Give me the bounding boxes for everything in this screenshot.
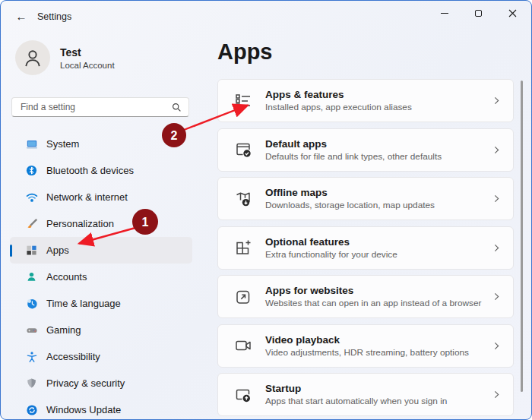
sidebar-item-system[interactable]: System bbox=[10, 131, 192, 157]
card-subtitle: Downloads, storage location, map updates bbox=[265, 200, 435, 210]
sidebar-item-apps[interactable]: Apps bbox=[10, 237, 192, 264]
video-playback-icon bbox=[234, 336, 252, 355]
sidebar-item-windows-update[interactable]: Windows Update bbox=[10, 396, 192, 420]
search-icon bbox=[171, 102, 182, 112]
caption-controls bbox=[427, 2, 530, 24]
time-language-icon bbox=[25, 297, 38, 310]
sidebar-item-label: Time & language bbox=[46, 298, 121, 309]
card-video-playback[interactable]: Video playbackVideo adjustments, HDR str… bbox=[217, 324, 514, 368]
card-title: Apps & features bbox=[265, 89, 412, 100]
card-title: Default apps bbox=[265, 138, 442, 150]
chevron-right-icon bbox=[492, 194, 502, 204]
avatar bbox=[15, 40, 50, 75]
card-subtitle: Installed apps, app execution aliases bbox=[265, 102, 412, 112]
card-title: Startup bbox=[265, 383, 447, 394]
window-title: Settings bbox=[37, 11, 71, 22]
card-title: Offline maps bbox=[265, 187, 435, 198]
card-apps-for-websites[interactable]: Apps for websitesWebsites that can open … bbox=[217, 275, 514, 318]
accounts-icon bbox=[25, 270, 38, 283]
minimize-icon bbox=[441, 13, 448, 14]
user-account-type: Local Account bbox=[60, 61, 115, 70]
sidebar-item-label: Windows Update bbox=[46, 404, 121, 415]
sidebar-item-label: Apps bbox=[46, 245, 69, 256]
privacy-security-icon bbox=[25, 377, 38, 390]
sidebar-item-accessibility[interactable]: Accessibility bbox=[10, 343, 192, 370]
chevron-right-icon bbox=[492, 390, 502, 399]
sidebar-item-label: Bluetooth & devices bbox=[46, 165, 134, 176]
search-input[interactable] bbox=[12, 102, 171, 112]
vertical-scrollbar[interactable] bbox=[521, 81, 523, 392]
card-default-apps[interactable]: Default appsDefaults for file and link t… bbox=[217, 128, 514, 172]
sidebar-item-network-internet[interactable]: Network & internet bbox=[10, 184, 192, 210]
card-apps-features[interactable]: Apps & featuresInstalled apps, app execu… bbox=[217, 79, 514, 122]
sidebar-item-gaming[interactable]: Gaming bbox=[10, 317, 192, 343]
sidebar-item-accounts[interactable]: Accounts bbox=[10, 264, 192, 290]
sidebar-item-label: Network & internet bbox=[46, 191, 128, 203]
sidebar-item-time-language[interactable]: Time & language bbox=[10, 290, 192, 317]
sidebar-item-bluetooth-devices[interactable]: Bluetooth & devices bbox=[10, 157, 192, 184]
back-button[interactable]: ← bbox=[11, 7, 31, 25]
gaming-icon bbox=[25, 324, 38, 336]
chevron-right-icon bbox=[492, 145, 502, 155]
sidebar-item-label: Personalization bbox=[46, 218, 114, 229]
chevron-right-icon bbox=[492, 243, 502, 253]
card-subtitle: Extra functionality for your device bbox=[265, 249, 397, 260]
startup-icon bbox=[234, 386, 252, 404]
optional-features-icon bbox=[234, 238, 252, 257]
user-name: Test bbox=[60, 46, 115, 58]
close-icon bbox=[508, 9, 517, 17]
sidebar-item-personalization[interactable]: Personalization bbox=[10, 210, 192, 237]
apps-features-icon bbox=[234, 92, 252, 110]
settings-window: ← Settings Test Local Account bbox=[0, 0, 532, 420]
card-title: Video playback bbox=[265, 334, 469, 346]
sidebar-item-label: Accessibility bbox=[46, 351, 100, 362]
sidebar-item-label: Gaming bbox=[46, 324, 81, 336]
system-icon bbox=[25, 137, 38, 150]
card-subtitle: Defaults for file and link types, other … bbox=[265, 151, 442, 162]
personalization-icon bbox=[25, 217, 38, 230]
close-button[interactable] bbox=[496, 2, 530, 24]
search-box bbox=[11, 97, 189, 117]
sidebar-item-label: System bbox=[46, 138, 79, 150]
chevron-right-icon bbox=[492, 96, 502, 106]
sidebar: System Bluetooth & devices Network & int… bbox=[10, 131, 192, 420]
card-optional-features[interactable]: Optional featuresExtra functionality for… bbox=[217, 226, 514, 270]
windows-update-icon bbox=[25, 403, 38, 416]
page-title: Apps bbox=[217, 39, 273, 65]
apps-icon bbox=[25, 244, 38, 257]
card-offline-maps[interactable]: Offline mapsDownloads, storage location,… bbox=[217, 177, 514, 220]
sidebar-item-privacy-security[interactable]: Privacy & security bbox=[10, 370, 192, 396]
maximize-button[interactable] bbox=[461, 2, 496, 24]
card-subtitle: Apps that start automatically when you s… bbox=[265, 396, 447, 406]
card-title: Optional features bbox=[265, 236, 397, 248]
sidebar-item-label: Accounts bbox=[46, 271, 87, 283]
apps-websites-icon bbox=[234, 288, 252, 306]
card-subtitle: Websites that can open in an app instead… bbox=[265, 298, 481, 308]
card-subtitle: Video adjustments, HDR streaming, batter… bbox=[265, 347, 469, 358]
sidebar-item-label: Privacy & security bbox=[46, 377, 125, 389]
offline-maps-icon bbox=[234, 190, 252, 208]
card-startup[interactable]: StartupApps that start automatically whe… bbox=[217, 373, 514, 416]
chevron-right-icon bbox=[492, 341, 502, 351]
user-account-chip[interactable]: Test Local Account bbox=[15, 40, 115, 75]
default-apps-icon bbox=[234, 141, 252, 159]
accessibility-icon bbox=[25, 350, 38, 363]
bluetooth-icon bbox=[25, 164, 38, 177]
titlebar: ← Settings bbox=[1, 1, 531, 31]
minimize-button[interactable] bbox=[427, 2, 461, 24]
maximize-icon bbox=[475, 10, 482, 17]
network-icon bbox=[25, 191, 38, 204]
person-icon bbox=[22, 47, 43, 68]
card-title: Apps for websites bbox=[265, 285, 481, 296]
chevron-right-icon bbox=[492, 292, 502, 302]
settings-card-list: Apps & featuresInstalled apps, app execu… bbox=[217, 79, 514, 420]
